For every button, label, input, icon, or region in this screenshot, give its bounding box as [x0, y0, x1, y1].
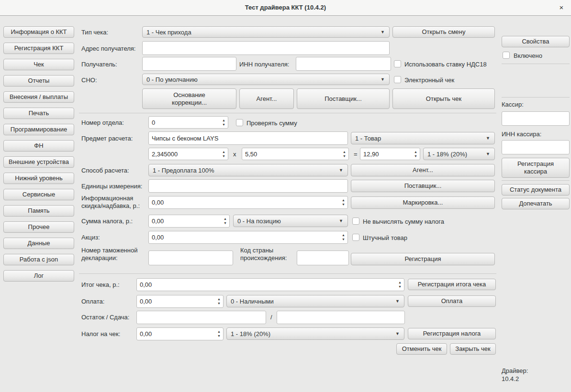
sidebar-item-fn[interactable]: ФН — [3, 140, 74, 152]
receipt-tax-stepper[interactable]: ▲▼ — [136, 327, 224, 340]
total-stepper[interactable]: ▲▼ — [136, 278, 404, 291]
recipient-address-input[interactable] — [142, 41, 390, 55]
sidebar-item-low-level[interactable]: Нижний уровень — [3, 173, 74, 184]
check-sum-checkbox[interactable] — [236, 119, 243, 126]
amount-input[interactable] — [360, 148, 412, 160]
position-tax-select[interactable]: 1 - 18% (20%) ▼ — [423, 148, 495, 160]
spin-up-icon[interactable]: ▲ — [224, 218, 227, 220]
sidebar-item-json[interactable]: Работа с json — [3, 254, 74, 265]
spin-down-icon[interactable]: ▼ — [217, 335, 221, 338]
sidebar-item-print[interactable]: Печать — [3, 108, 74, 119]
spin-up-icon[interactable]: ▲ — [222, 151, 225, 153]
quantity-stepper[interactable]: ▲▼ — [148, 148, 228, 160]
marking-button[interactable]: Маркировка... — [351, 196, 495, 209]
cashier-inn-input[interactable] — [502, 140, 570, 154]
price-stepper[interactable]: ▲▼ — [242, 148, 349, 160]
remainder-input[interactable] — [136, 311, 266, 324]
receipt-tax-rate-select[interactable]: 1 - 18% (20%) ▼ — [226, 327, 404, 340]
spin-up-icon[interactable]: ▲ — [398, 281, 402, 284]
sidebar-item-programming[interactable]: Программирование — [3, 124, 74, 135]
supplier2-button[interactable]: Поставщик... — [351, 180, 495, 192]
item-type-select[interactable]: 1 - Товар ▼ — [351, 132, 495, 144]
country-input[interactable] — [297, 250, 349, 265]
amount-stepper[interactable]: ▲▼ — [360, 148, 420, 160]
properties-button[interactable]: Свойства — [502, 36, 570, 47]
sidebar-item-cash-in-out[interactable]: Внесения / выплаты — [3, 91, 74, 103]
spin-down-icon[interactable]: ▼ — [222, 123, 225, 126]
reg-cashier-button[interactable]: Регистрация кассира — [502, 158, 570, 178]
sidebar-item-external-devices[interactable]: Внешние устройства — [3, 156, 74, 168]
spin-up-icon[interactable]: ▲ — [217, 298, 221, 301]
spin-up-icon[interactable]: ▲ — [222, 119, 225, 122]
correction-basis-button[interactable]: Основание коррекции... — [142, 88, 236, 109]
doc-status-button[interactable]: Статус документа — [502, 184, 570, 196]
reprint-button[interactable]: Допечатать — [502, 198, 570, 209]
spin-down-icon[interactable]: ▼ — [224, 222, 227, 225]
pay-button[interactable]: Оплата — [408, 295, 496, 307]
tax-sum-stepper[interactable]: ▲▼ — [148, 215, 230, 228]
subject-input[interactable] — [148, 131, 348, 145]
receipt-type-select[interactable]: 1 - Чек прихода ▼ — [142, 26, 390, 38]
agent2-button[interactable]: Агент... — [351, 164, 495, 176]
spin-down-icon[interactable]: ▼ — [342, 203, 345, 206]
piece-goods-checkbox[interactable] — [352, 234, 359, 241]
sno-select[interactable]: 0 - По умолчанию ▼ — [142, 74, 390, 85]
total-input[interactable] — [137, 279, 396, 291]
customs-input[interactable] — [148, 250, 233, 265]
sidebar-item-receipt[interactable]: Чек — [3, 59, 74, 70]
spin-up-icon[interactable]: ▲ — [342, 234, 345, 237]
sidebar-item-reports[interactable]: Отчеты — [3, 75, 74, 87]
use-vat18-checkbox[interactable] — [394, 60, 401, 67]
quantity-input[interactable] — [149, 148, 220, 160]
payment-stepper[interactable]: ▲▼ — [136, 295, 224, 308]
close-receipt-button[interactable]: Закрыть чек — [450, 343, 496, 355]
spin-down-icon[interactable]: ▼ — [217, 302, 221, 305]
department-input[interactable] — [149, 117, 220, 128]
excise-input[interactable] — [149, 231, 339, 243]
receipt-tax-input[interactable] — [137, 328, 215, 340]
sidebar-item-service[interactable]: Сервисные — [3, 189, 74, 200]
change-input[interactable] — [277, 311, 405, 324]
open-receipt-button[interactable]: Открыть чек — [392, 88, 495, 109]
spin-down-icon[interactable]: ▼ — [398, 285, 402, 288]
info-discount-stepper[interactable]: ▲▼ — [148, 196, 348, 209]
tax-target-select[interactable]: 0 - На позицию ▼ — [233, 215, 348, 227]
close-icon[interactable]: × — [557, 3, 566, 12]
sidebar-item-kkt-registration[interactable]: Регистрация ККТ — [3, 43, 74, 54]
spin-down-icon[interactable]: ▼ — [222, 155, 225, 158]
payment-method-select[interactable]: 1 - Предоплата 100% ▼ — [148, 164, 348, 176]
spin-up-icon[interactable]: ▲ — [414, 151, 417, 153]
info-discount-input[interactable] — [149, 196, 339, 208]
sidebar-item-kkt-info[interactable]: Информация о ККТ — [3, 26, 74, 38]
sidebar-item-other[interactable]: Прочее — [3, 221, 74, 233]
reg-total-button[interactable]: Регистрация итога чека — [408, 279, 496, 290]
spin-down-icon[interactable]: ▼ — [342, 238, 345, 241]
supplier-button[interactable]: Поставщик... — [297, 88, 390, 109]
spin-up-icon[interactable]: ▲ — [343, 151, 346, 153]
tax-sum-input[interactable] — [149, 215, 221, 227]
open-shift-button[interactable]: Открыть смену — [392, 26, 495, 38]
department-stepper[interactable]: ▲▼ — [148, 116, 228, 129]
spin-up-icon[interactable]: ▲ — [342, 199, 345, 202]
electronic-receipt-checkbox[interactable] — [394, 76, 401, 83]
cashier-input[interactable] — [502, 111, 570, 126]
recipient-input[interactable] — [142, 57, 236, 71]
no-tax-calc-checkbox[interactable] — [352, 218, 359, 225]
recipient-inn-input[interactable] — [296, 57, 391, 71]
registration-button[interactable]: Регистрация — [351, 253, 495, 265]
spin-up-icon[interactable]: ▲ — [217, 330, 221, 333]
payment-type-select[interactable]: 0 - Наличными ▼ — [226, 295, 404, 307]
reg-tax-button[interactable]: Регистрация налога — [408, 328, 496, 339]
sidebar-item-data[interactable]: Данные — [3, 238, 74, 249]
sidebar-item-memory[interactable]: Память — [3, 205, 74, 217]
cancel-receipt-button[interactable]: Отменить чек — [396, 343, 447, 355]
enabled-checkbox[interactable] — [503, 52, 510, 59]
sidebar-item-log[interactable]: Лог — [3, 270, 74, 282]
price-input[interactable] — [242, 148, 340, 160]
excise-stepper[interactable]: ▲▼ — [148, 231, 348, 244]
spin-down-icon[interactable]: ▼ — [343, 155, 346, 158]
agent-button[interactable]: Агент... — [239, 88, 294, 109]
payment-input[interactable] — [137, 295, 215, 307]
spin-down-icon[interactable]: ▼ — [414, 155, 417, 158]
units-input[interactable] — [148, 179, 348, 193]
